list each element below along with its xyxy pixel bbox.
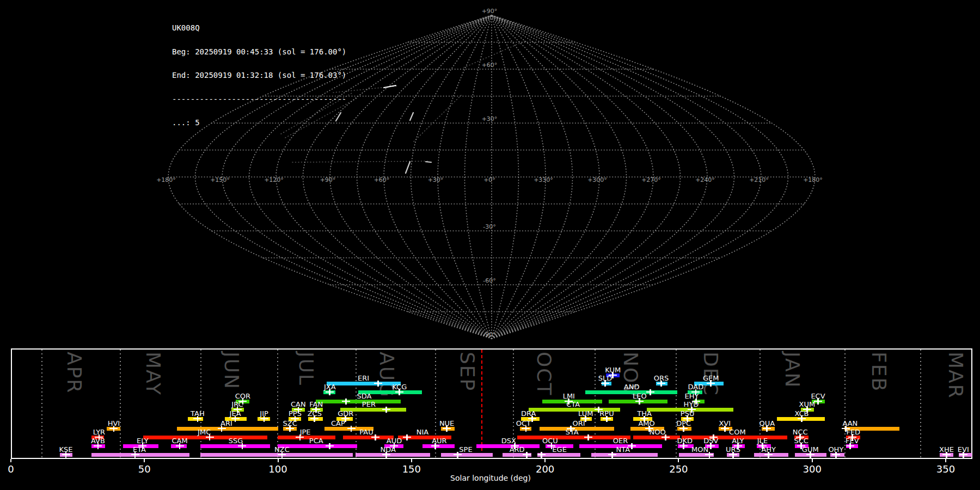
shower-label: HVI bbox=[108, 419, 120, 427]
shower-label: SDA bbox=[357, 392, 372, 400]
map-grid-label: +90° bbox=[482, 8, 498, 15]
map-grid-label: +210° bbox=[749, 176, 769, 183]
meteor-app-screen: +180°+150°+120°+90°+60°+30°+0°+330°+300°… bbox=[0, 0, 980, 490]
drift-track bbox=[414, 95, 461, 142]
month-separator bbox=[277, 350, 278, 458]
axis-tick-label: 300 bbox=[803, 463, 821, 475]
shower-label: ARD bbox=[510, 445, 525, 454]
shower-label: ETA bbox=[133, 445, 146, 454]
axis-tick bbox=[10, 459, 11, 462]
shower-label: QUA bbox=[759, 419, 775, 427]
meteor-trail bbox=[410, 113, 413, 120]
shower-label: XUM bbox=[799, 400, 816, 408]
drift-track bbox=[292, 161, 429, 162]
radiant-sky-map: +180°+150°+120°+90°+60°+30°+0°+330°+300°… bbox=[0, 0, 980, 359]
map-grid-label: +270° bbox=[641, 176, 661, 183]
shower-label: ARI bbox=[220, 419, 232, 427]
shower-label: SZC bbox=[283, 419, 297, 427]
shower-label: LUM bbox=[578, 409, 593, 418]
shower-label: LYR bbox=[93, 428, 106, 436]
shower-label: ALY bbox=[732, 437, 744, 445]
shower-label: DAD bbox=[688, 383, 703, 391]
shower-label: GEM bbox=[703, 374, 719, 382]
shower-label: JMC bbox=[198, 428, 211, 436]
shower-label: XVI bbox=[719, 419, 731, 427]
shower-label: KCG bbox=[392, 383, 407, 391]
meteor-count: ...: 5 bbox=[172, 119, 346, 127]
shower-peak-marker bbox=[646, 389, 654, 395]
map-grid-label: +90° bbox=[320, 176, 336, 183]
shower-label: DRA bbox=[521, 409, 536, 418]
map-grid-label: +240° bbox=[695, 176, 715, 183]
meteor-trail bbox=[426, 162, 431, 162]
shower-label: OCU bbox=[542, 437, 558, 445]
month-label: OCT bbox=[533, 352, 555, 396]
shower-label: KSE bbox=[59, 445, 73, 454]
map-grid-label: -30° bbox=[483, 223, 495, 230]
shower-label: DSX bbox=[501, 437, 516, 445]
shower-label: CAN bbox=[291, 400, 306, 408]
shower-label: AUD bbox=[387, 437, 402, 445]
shower-peak-marker bbox=[326, 443, 334, 449]
shower-label: AUR bbox=[432, 437, 446, 445]
map-grid-label: +180° bbox=[156, 176, 176, 183]
shower-label: TAH bbox=[191, 409, 205, 418]
shower-label: JPE bbox=[300, 428, 311, 436]
shower-label: DPC bbox=[676, 419, 691, 427]
shower-label: PSU bbox=[681, 409, 695, 418]
shower-label: FED bbox=[846, 428, 860, 436]
shower-peak-marker bbox=[347, 426, 356, 432]
axis-tick bbox=[278, 459, 279, 462]
axis-tick-label: 350 bbox=[936, 463, 955, 475]
shower-peak-marker bbox=[584, 434, 592, 440]
shower-label: PCA bbox=[309, 437, 323, 445]
map-grid-label: +30° bbox=[482, 115, 498, 122]
month-separator bbox=[920, 350, 921, 458]
map-grid-label: +180° bbox=[803, 176, 823, 183]
shower-label: STA bbox=[566, 428, 579, 436]
shower-label: LMI bbox=[563, 392, 575, 400]
shower-label: URS bbox=[726, 445, 740, 454]
month-label: MAR bbox=[945, 352, 967, 399]
month-separator bbox=[676, 350, 677, 458]
meteor-trail bbox=[406, 162, 410, 173]
month-separator bbox=[41, 350, 42, 458]
axis-tick-label: 150 bbox=[402, 463, 421, 475]
shower-label: AAN bbox=[842, 419, 857, 427]
shower-label: EVI bbox=[958, 445, 969, 454]
shower-peak-marker bbox=[374, 381, 382, 387]
axis-tick bbox=[945, 459, 946, 462]
axis-tick bbox=[812, 459, 813, 462]
shower-label: SSG bbox=[229, 437, 243, 445]
shower-label: SCC bbox=[794, 437, 808, 445]
shower-label: ERI bbox=[358, 374, 369, 382]
shower-peak-marker bbox=[608, 452, 616, 458]
shower-label: PPS bbox=[289, 409, 302, 418]
month-label: JAN bbox=[781, 352, 804, 389]
month-separator bbox=[356, 350, 357, 458]
month-label: MAY bbox=[142, 352, 164, 396]
shower-label: ZCS bbox=[308, 409, 322, 418]
shower-label: KUM bbox=[605, 366, 621, 374]
shower-label: AND bbox=[624, 383, 640, 391]
shower-peak-marker bbox=[537, 452, 546, 458]
shower-label: ELY bbox=[137, 437, 149, 445]
axis-tick-label: 0 bbox=[8, 463, 14, 475]
shower-label: COM bbox=[729, 428, 746, 436]
session-end: End: 20250919 01:32:18 (sol = 176.03°) bbox=[172, 71, 346, 79]
axis-tick-label: 100 bbox=[268, 463, 287, 475]
shower-label: GUM bbox=[802, 445, 819, 454]
shower-label: FEV bbox=[846, 437, 859, 445]
shower-label: CAP bbox=[331, 419, 345, 427]
current-sol-line bbox=[481, 350, 482, 458]
month-label: SEP bbox=[456, 352, 479, 391]
axis-tick-label: 200 bbox=[536, 463, 554, 475]
month-label: FEB bbox=[868, 352, 890, 392]
axis-tick-label: 250 bbox=[669, 463, 688, 475]
shower-label: ECV bbox=[811, 392, 825, 400]
map-grid-label: +60° bbox=[482, 62, 498, 69]
shower-peak-marker bbox=[403, 434, 411, 440]
shower-label: NZC bbox=[274, 445, 290, 454]
shower-label: CTA bbox=[566, 400, 580, 408]
shower-label: PER bbox=[362, 400, 376, 408]
